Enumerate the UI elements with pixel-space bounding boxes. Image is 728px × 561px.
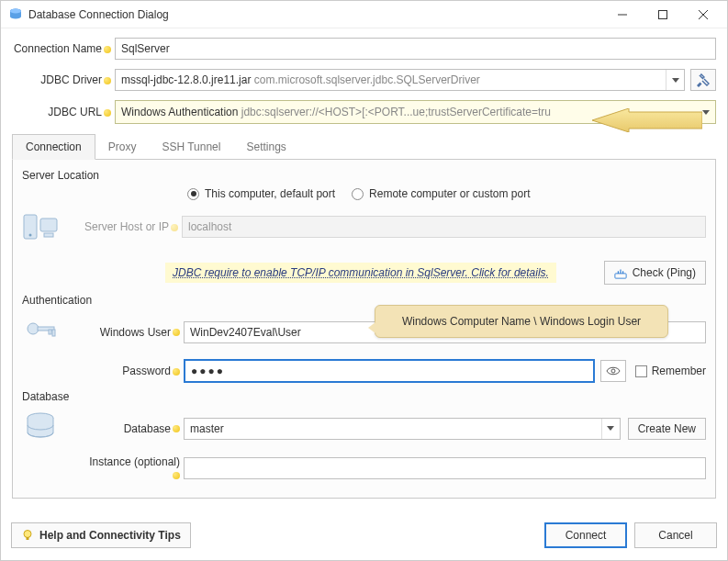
combo-jdbc-url-text: Windows Authentication jdbc:sqlserver://… <box>116 106 697 118</box>
input-connection-name-text: SqlServer <box>121 42 170 55</box>
combo-jdbc-url[interactable]: Windows Authentication jdbc:sqlserver://… <box>115 100 716 124</box>
input-password[interactable]: ●●●● <box>184 359 595 383</box>
server-icon <box>22 208 81 246</box>
hint-bulb-icon <box>173 368 180 376</box>
hint-bulb-icon <box>104 109 111 117</box>
row-jdbc-driver: JDBC Driver mssql-jdbc-12.8.0.jre11.jar … <box>12 69 716 91</box>
connect-label: Connect <box>566 529 607 542</box>
radio-default-port-label: This computer, default port <box>205 187 335 200</box>
ping-icon <box>614 266 627 279</box>
checkbox-remember-label: Remember <box>652 365 706 377</box>
label-connection-name: Connection Name <box>12 42 115 55</box>
server-port-radios: This computer, default port Remote compu… <box>187 187 706 200</box>
radio-remote-port-label: Remote computer or custom port <box>369 187 530 200</box>
check-ping-button[interactable]: Check (Ping) <box>604 261 706 285</box>
combo-jdbc-driver-text: mssql-jdbc-12.8.0.jre11.jar com.microsof… <box>116 73 666 86</box>
hint-bulb-icon <box>173 329 180 336</box>
window-controls <box>602 2 723 28</box>
row-jdbc-url: JDBC URL Windows Authentication jdbc:sql… <box>12 100 716 124</box>
hint-bulb-icon <box>173 472 180 479</box>
driver-tools-button[interactable] <box>690 69 716 91</box>
hint-bulb-icon <box>173 425 180 432</box>
checkbox-icon <box>635 365 647 377</box>
label-database: Database <box>81 422 184 435</box>
svg-rect-10 <box>40 219 57 231</box>
svg-marker-20 <box>607 426 614 431</box>
input-server-host: localhost <box>182 216 706 238</box>
svg-rect-3 <box>659 10 667 18</box>
svg-rect-17 <box>52 330 55 336</box>
checkbox-remember[interactable]: Remember <box>635 365 706 377</box>
radio-remote-port[interactable]: Remote computer or custom port <box>352 187 530 200</box>
create-new-label: Create New <box>638 422 696 435</box>
input-windows-user-text: WinDev2407Eval\User <box>190 326 301 339</box>
chevron-down-icon[interactable] <box>666 70 684 90</box>
minimize-button[interactable] <box>602 2 643 28</box>
section-authentication: Authentication <box>22 294 706 307</box>
label-windows-user: Windows User <box>81 326 184 339</box>
label-jdbc-driver: JDBC Driver <box>12 73 115 86</box>
svg-marker-7 <box>702 110 710 115</box>
close-button[interactable] <box>683 2 723 28</box>
tab-panel-connection: Server Location This computer, default p… <box>12 160 716 499</box>
radio-button-icon <box>187 188 199 200</box>
hint-bulb-icon <box>104 77 111 84</box>
row-jdbc-note: JDBC require to enable TCP/IP communicat… <box>22 261 706 285</box>
toggle-password-visibility-button[interactable] <box>600 360 626 382</box>
combo-database[interactable]: master <box>184 418 621 440</box>
svg-marker-6 <box>672 78 679 83</box>
dialog-footer: Help and Connectivity Tips Connect Cance… <box>0 515 728 555</box>
cancel-button[interactable]: Cancel <box>634 522 717 548</box>
label-instance: Instance (optional) <box>81 455 184 481</box>
input-instance[interactable] <box>184 457 706 479</box>
row-windows-user: Windows User WinDev2407Eval\User Windows… <box>22 312 706 352</box>
label-password: Password <box>81 365 184 377</box>
radio-button-icon <box>352 188 364 200</box>
cancel-label: Cancel <box>658 529 692 542</box>
row-password: Password ●●●● Remember <box>22 359 706 383</box>
hint-bulb-icon <box>104 46 111 53</box>
tab-settings[interactable]: Settings <box>233 135 298 159</box>
svg-point-12 <box>29 234 32 237</box>
input-connection-name[interactable]: SqlServer <box>115 38 716 60</box>
label-server-host: Server Host or IP <box>81 220 182 233</box>
help-tips-button[interactable]: Help and Connectivity Tips <box>11 522 191 548</box>
svg-rect-11 <box>44 233 53 237</box>
auth-icon <box>22 312 81 352</box>
lightbulb-icon <box>21 529 34 542</box>
radio-default-port[interactable]: This computer, default port <box>187 187 335 200</box>
database-icon <box>22 409 81 448</box>
label-jdbc-url: JDBC URL <box>12 106 115 118</box>
row-connection-name: Connection Name SqlServer <box>12 38 716 60</box>
input-windows-user[interactable]: WinDev2407Eval\User <box>184 321 706 343</box>
chevron-down-icon[interactable] <box>601 419 620 439</box>
create-new-database-button[interactable]: Create New <box>628 418 706 440</box>
dialog-content: Connection Name SqlServer JDBC Driver ms… <box>1 28 727 506</box>
window-title: Database Connection Dialog <box>28 8 602 21</box>
svg-rect-22 <box>27 537 29 540</box>
row-instance: Instance (optional) <box>22 455 706 481</box>
maximize-button[interactable] <box>643 2 683 28</box>
svg-point-21 <box>24 531 31 538</box>
input-password-text: ●●●● <box>191 365 225 377</box>
check-ping-label: Check (Ping) <box>633 266 696 279</box>
combo-database-text: master <box>185 422 601 435</box>
chevron-down-icon[interactable] <box>697 101 715 123</box>
connect-button[interactable]: Connect <box>544 522 627 548</box>
tab-proxy[interactable]: Proxy <box>95 135 150 159</box>
row-database: Database master Create New <box>22 409 706 448</box>
svg-point-18 <box>611 369 615 373</box>
svg-rect-16 <box>49 330 51 334</box>
tab-connection[interactable]: Connection <box>12 134 95 160</box>
link-jdbc-tcpip-note[interactable]: JDBC require to enable TCP/IP communicat… <box>165 263 556 283</box>
tab-bar: Connection Proxy SSH Tunnel Settings <box>12 133 716 160</box>
eye-icon <box>606 364 621 378</box>
combo-jdbc-driver[interactable]: mssql-jdbc-12.8.0.jre11.jar com.microsof… <box>115 69 685 91</box>
tab-ssh-tunnel[interactable]: SSH Tunnel <box>149 135 233 159</box>
app-icon <box>8 7 23 22</box>
section-database: Database <box>22 390 706 403</box>
section-server-location: Server Location <box>22 169 706 182</box>
row-server-host: Server Host or IP localhost <box>22 208 706 246</box>
help-tips-label: Help and Connectivity Tips <box>39 529 181 542</box>
svg-point-14 <box>28 323 39 334</box>
